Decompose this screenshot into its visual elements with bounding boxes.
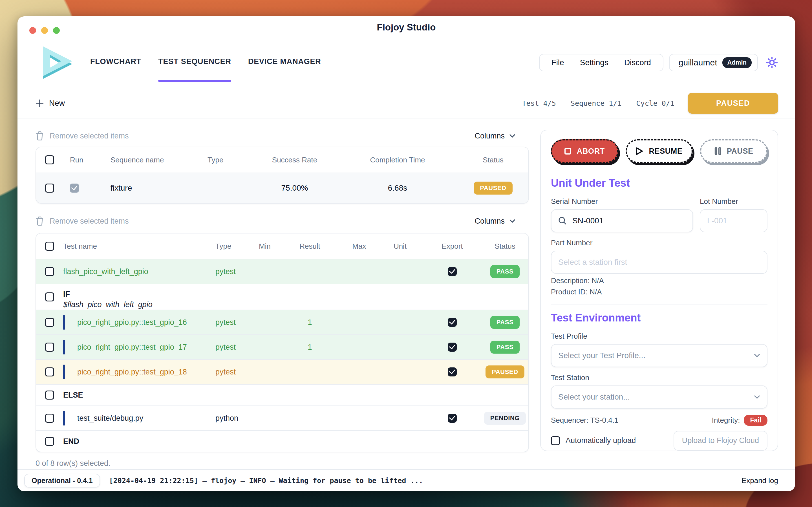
row-checkbox[interactable] [45,183,54,192]
col-unit: Unit [376,242,424,251]
paused-state-button[interactable]: PAUSED [688,93,778,114]
run-counters: Test 4/5 Sequence 1/1 Cycle 0/1 [522,99,675,107]
tab-flowchart[interactable]: FLOWCHART [90,52,141,74]
sequence-row[interactable]: fixture 75.00% 6.68s PAUSED [36,173,528,203]
test-station-label: Test Station [551,373,767,382]
control-row-end[interactable]: END [36,430,528,452]
trash-icon [36,131,44,141]
select-all-checkbox[interactable] [45,242,54,251]
col-status: Status [457,156,529,164]
serial-number-input[interactable]: SN-0001 [551,209,693,232]
tests-toolbar: Remove selected items Columns [36,210,529,232]
col-type: Type [194,156,251,164]
lot-number-input[interactable]: L-001 [700,209,767,232]
export-checkbox-checked[interactable] [448,343,457,352]
window-title: Flojoy Studio [17,22,795,33]
part-number-placeholder: Select a station first [558,258,627,267]
row-checkbox[interactable] [45,267,54,276]
tests-columns-dropdown[interactable]: Columns [474,217,529,226]
tab-device-manager[interactable]: DEVICE MANAGER [248,52,321,74]
control-panel: ABORT RESUME PAUSE Unit Under Test [540,130,778,451]
select-all-checkbox[interactable] [45,155,54,164]
test-row[interactable]: pico_right_gpio.py::test_gpio_17 pytest … [36,334,528,359]
sequence-name: fixture [102,183,194,192]
export-checkbox-checked[interactable] [448,318,457,327]
menu-file[interactable]: File [552,58,564,67]
control-row-else[interactable]: ELSE [36,384,528,405]
sequence-completion-time: 6.68s [338,183,457,192]
col-result: Result [278,242,342,251]
test-result: 1 [308,318,312,327]
flojoy-logo-icon [43,46,72,79]
test-status-badge: PASS [490,316,520,329]
stop-icon [565,148,571,155]
part-number-label: Part Number [551,238,767,247]
run-checkbox-checked[interactable] [70,183,79,192]
col-export: Export [424,242,480,251]
chevron-down-icon [754,395,760,399]
remove-selected-tests-button[interactable]: Remove selected items [36,216,129,226]
operational-badge[interactable]: Operational - 0.4.1 [24,474,100,488]
sun-icon [766,56,778,69]
part-number-input[interactable]: Select a station first [551,251,767,274]
test-row[interactable]: test_suite/debug.py python PENDING [36,405,528,430]
user-menu[interactable]: guillaumet Admin [669,54,758,71]
new-button[interactable]: New [36,99,65,108]
auto-upload-checkbox[interactable] [551,436,560,445]
test-row[interactable]: flash_pico_with_left_gpio pytest PASS [36,259,528,284]
col-status: Status [480,242,529,251]
upload-cloud-button[interactable]: Upload to Flojoy Cloud [674,431,767,451]
resume-button[interactable]: RESUME [626,139,693,163]
row-checkbox[interactable] [45,437,54,446]
menu-discord[interactable]: Discord [624,58,651,67]
test-name: pico_right_gpio.py::test_gpio_17 [77,343,187,352]
test-row[interactable]: pico_right_gpio.py::test_gpio_16 pytest … [36,309,528,334]
sequences-columns-dropdown[interactable]: Columns [474,132,529,140]
test-status-badge: PASS [490,265,520,278]
control-keyword: IF [63,290,529,299]
test-profile-placeholder: Select your Test Profile... [558,351,645,360]
abort-button[interactable]: ABORT [551,139,618,163]
row-checkbox[interactable] [45,414,54,423]
row-checkbox[interactable] [45,292,54,301]
remove-selected-sequences-button[interactable]: Remove selected items [36,131,129,141]
row-checkbox[interactable] [45,391,54,400]
export-checkbox-checked[interactable] [448,414,457,423]
control-row-if[interactable]: IF $flash_pico_with_left_gpio [36,284,528,309]
test-profile-label: Test Profile [551,332,767,341]
test-station-placeholder: Select your station... [558,393,630,401]
nesting-indicator [63,411,65,426]
product-id-text: Product ID: N/A [551,286,767,297]
tab-test-sequencer[interactable]: TEST SEQUENCER [158,52,231,74]
row-checkbox[interactable] [45,318,54,327]
nesting-indicator [63,340,65,354]
sequencer-toolbar: New Test 4/5 Sequence 1/1 Cycle 0/1 PAUS… [17,89,795,118]
description-text: Description: N/A [551,275,767,286]
theme-toggle-button[interactable] [766,56,778,69]
export-checkbox-checked[interactable] [448,368,457,377]
expand-log-button[interactable]: Expand log [742,476,778,485]
row-checkbox[interactable] [45,368,54,377]
test-profile-select[interactable]: Select your Test Profile... [551,344,767,367]
pause-button[interactable]: PAUSE [700,139,767,163]
sequencer-version-text: Sequencer: TS-0.4.1 [551,416,618,425]
test-row[interactable]: pico_right_gpio.py::test_gpio_18 pytest … [36,359,528,384]
row-checkbox[interactable] [45,343,54,352]
col-success-rate: Success Rate [251,156,338,164]
integrity-label: Integrity: [712,416,740,425]
test-station-select[interactable]: Select your station... [551,386,767,409]
test-type: pytest [216,267,236,276]
lot-number-label: Lot Number [700,197,767,206]
nesting-indicator [63,315,65,330]
pause-icon [714,147,721,155]
chevron-down-icon [509,134,515,138]
trash-icon [36,216,44,226]
auto-upload-toggle[interactable]: Automatically upload [551,436,636,445]
lot-number-placeholder: L-001 [707,216,728,225]
menu-settings[interactable]: Settings [580,58,608,67]
sequence-status-badge: PAUSED [474,182,513,194]
col-type: Type [216,242,252,251]
export-checkbox-checked[interactable] [448,267,457,276]
cycle-counter: Cycle 0/1 [636,99,675,107]
control-keyword: ELSE [63,391,83,400]
